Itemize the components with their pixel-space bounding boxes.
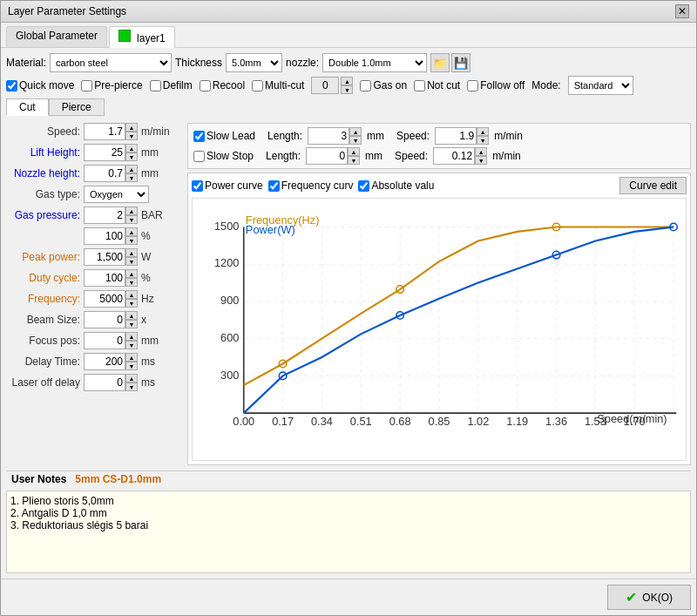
counter-input[interactable] bbox=[311, 77, 339, 94]
duty-cycle-input[interactable] bbox=[84, 269, 125, 287]
close-button[interactable]: ✕ bbox=[675, 4, 689, 18]
curve-edit-button[interactable]: Curve edit bbox=[619, 177, 687, 194]
thickness-select[interactable]: 5.0mm bbox=[226, 53, 282, 72]
delay-time-up[interactable]: ▲ bbox=[125, 353, 138, 362]
slow-lead-length-input[interactable] bbox=[308, 127, 349, 145]
pct1-unit: % bbox=[141, 230, 151, 242]
laser-off-down[interactable]: ▼ bbox=[125, 382, 138, 391]
focus-pos-input[interactable] bbox=[84, 332, 125, 349]
peak-power-input[interactable] bbox=[84, 248, 125, 266]
power-curve-check[interactable]: Power curve bbox=[192, 179, 263, 192]
peak-power-unit: W bbox=[141, 251, 151, 263]
ok-button[interactable]: ✔ OK(O) bbox=[607, 585, 691, 610]
content-area: Material: carbon steel Thickness 5.0mm n… bbox=[1, 48, 696, 579]
lift-input[interactable] bbox=[84, 144, 125, 161]
tab-global[interactable]: Global Parameter bbox=[6, 26, 107, 47]
gas-type-select[interactable]: Oxygen bbox=[84, 186, 149, 203]
svg-text:0.34: 0.34 bbox=[311, 415, 333, 428]
slow-lead-speed-up[interactable]: ▲ bbox=[477, 127, 489, 136]
slow-stop-length-input[interactable] bbox=[306, 147, 348, 165]
chart-area: 1500 1200 900 600 300 0.00 0.17 0.34 0.5… bbox=[192, 198, 687, 461]
delay-time-down[interactable]: ▼ bbox=[125, 362, 138, 370]
beam-size-up[interactable]: ▲ bbox=[125, 311, 138, 320]
folder-icon-btn[interactable]: 📁 bbox=[430, 53, 450, 72]
notes-textarea[interactable]: 1. Plieno storis 5,0mm 2. Antgalis D 1,0… bbox=[6, 491, 691, 573]
abs-val-check[interactable]: Absolute valu bbox=[358, 179, 434, 192]
freq-curve-check[interactable]: Frequency curv bbox=[268, 179, 354, 192]
slow-stop-row: Slow Stop Length: ▲ ▼ mm Speed: bbox=[193, 147, 685, 165]
delay-time-input[interactable] bbox=[84, 353, 125, 370]
frequency-up[interactable]: ▲ bbox=[125, 290, 138, 299]
speed-input[interactable] bbox=[84, 123, 125, 140]
peak-power-down[interactable]: ▼ bbox=[125, 257, 138, 266]
duty-cycle-down[interactable]: ▼ bbox=[125, 278, 138, 287]
gas-pressure-input[interactable] bbox=[84, 206, 125, 224]
pierce-tab[interactable]: Pierce bbox=[49, 98, 105, 116]
curve-chart: 1500 1200 900 600 300 0.00 0.17 0.34 0.5… bbox=[193, 199, 686, 460]
not-cut-check[interactable]: Not cut bbox=[414, 79, 460, 91]
laser-off-up[interactable]: ▲ bbox=[125, 374, 138, 382]
slow-lead-check[interactable]: Slow Lead bbox=[193, 130, 255, 142]
nozzle-down[interactable]: ▼ bbox=[125, 173, 138, 182]
slow-lead-speed-down[interactable]: ▼ bbox=[477, 136, 489, 145]
duty-cycle-unit: % bbox=[141, 272, 151, 284]
multi-cut-check[interactable]: Multi-cut bbox=[252, 79, 304, 91]
svg-text:Speed(m/min): Speed(m/min) bbox=[597, 412, 667, 425]
frequency-input[interactable] bbox=[84, 290, 125, 308]
lift-label: Lift Height: bbox=[6, 146, 80, 159]
recool-check[interactable]: Recool bbox=[200, 79, 245, 91]
mode-select[interactable]: Standard bbox=[568, 76, 633, 95]
gas-type-label: Gas type: bbox=[6, 188, 80, 200]
slow-stop-check[interactable]: Slow Stop bbox=[193, 150, 254, 162]
gas-pressure-up[interactable]: ▲ bbox=[125, 206, 138, 215]
save-icon-btn[interactable]: 💾 bbox=[451, 53, 470, 72]
speed-up[interactable]: ▲ bbox=[125, 123, 138, 132]
frequency-label: Frequency: bbox=[6, 293, 80, 305]
beam-size-down[interactable]: ▼ bbox=[125, 320, 138, 328]
laser-off-input[interactable] bbox=[84, 374, 125, 391]
beam-size-row: Beam Size: ▲ ▼ x bbox=[6, 311, 180, 328]
slow-stop-speed-up[interactable]: ▲ bbox=[475, 147, 487, 156]
slow-lead-length-down[interactable]: ▼ bbox=[349, 136, 362, 145]
lift-up[interactable]: ▲ bbox=[125, 144, 138, 152]
focus-pos-up[interactable]: ▲ bbox=[125, 332, 138, 341]
gas-pressure-down[interactable]: ▼ bbox=[125, 215, 138, 224]
slow-lead-length-up[interactable]: ▲ bbox=[349, 127, 362, 136]
nozzle-select[interactable]: Double 1.0mm bbox=[322, 53, 427, 72]
lift-unit: mm bbox=[141, 146, 159, 159]
material-select[interactable]: carbon steel bbox=[50, 53, 172, 72]
cut-tab[interactable]: Cut bbox=[6, 98, 49, 116]
tab-layer1[interactable]: layer1 bbox=[109, 26, 175, 48]
quick-move-check[interactable]: Quick move bbox=[6, 79, 74, 91]
right-panel: Slow Lead Length: ▲ ▼ mm Speed: bbox=[187, 123, 691, 465]
pct1-up[interactable]: ▲ bbox=[125, 227, 138, 236]
svg-text:0.00: 0.00 bbox=[233, 415, 254, 428]
pct1-down[interactable]: ▼ bbox=[125, 236, 138, 245]
nozzle-up[interactable]: ▲ bbox=[125, 165, 138, 173]
counter-up[interactable]: ▲ bbox=[341, 77, 353, 85]
peak-power-up[interactable]: ▲ bbox=[125, 248, 138, 257]
follow-off-check[interactable]: Follow off bbox=[467, 79, 524, 91]
duty-cycle-up[interactable]: ▲ bbox=[125, 269, 138, 278]
svg-text:0.17: 0.17 bbox=[272, 415, 294, 428]
thickness-label: Thickness bbox=[175, 57, 222, 69]
speed-down[interactable]: ▼ bbox=[125, 132, 138, 140]
frequency-down[interactable]: ▼ bbox=[125, 299, 138, 308]
defilm-check[interactable]: Defilm bbox=[150, 79, 193, 91]
notes-label: User Notes bbox=[11, 473, 66, 485]
slow-stop-speed-down[interactable]: ▼ bbox=[475, 156, 487, 165]
tab-bar: Global Parameter layer1 bbox=[1, 23, 696, 48]
pct1-row: ▲ ▼ % bbox=[6, 227, 180, 245]
beam-size-input[interactable] bbox=[84, 311, 125, 328]
gas-on-check[interactable]: Gas on bbox=[360, 79, 407, 91]
slow-stop-length-up[interactable]: ▲ bbox=[348, 147, 360, 156]
slow-stop-speed-input[interactable] bbox=[433, 147, 475, 165]
focus-pos-down[interactable]: ▼ bbox=[125, 341, 138, 349]
pct1-input[interactable] bbox=[84, 227, 125, 245]
counter-down[interactable]: ▼ bbox=[341, 85, 353, 94]
pre-pierce-check[interactable]: Pre-pierce bbox=[81, 79, 142, 91]
lift-down[interactable]: ▼ bbox=[125, 152, 138, 161]
slow-stop-length-down[interactable]: ▼ bbox=[348, 156, 360, 165]
slow-lead-speed-input[interactable] bbox=[435, 127, 477, 145]
nozzle-height-input[interactable] bbox=[84, 165, 125, 182]
